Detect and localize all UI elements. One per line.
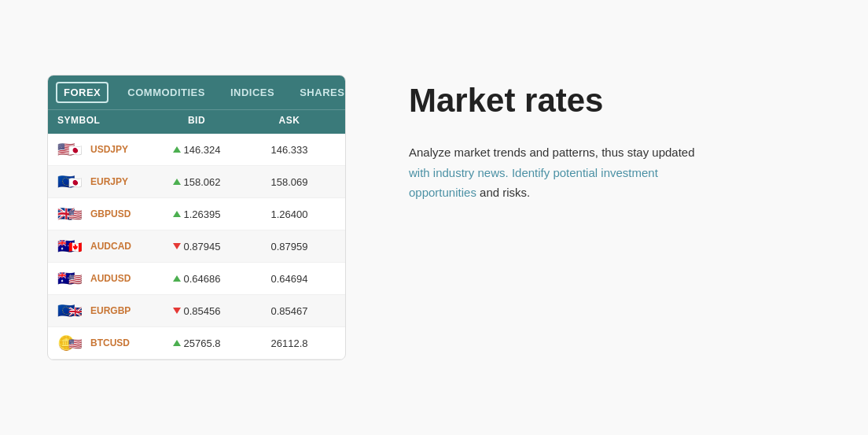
tab-indices[interactable]: INDICES xyxy=(224,83,281,101)
ask-cell: 158.069 xyxy=(243,176,336,188)
bid-cell: 0.87945 xyxy=(150,241,243,253)
bid-cell: 158.062 xyxy=(150,176,243,188)
market-description: Analyze market trends and patterns, thus… xyxy=(409,142,755,203)
flag-pair: 🇦🇺 🇨🇦 xyxy=(57,238,86,254)
flag-pair: 🇬🇧 🇺🇸 xyxy=(57,206,86,222)
col-symbol: SYMBOL xyxy=(57,115,150,126)
ask-cell: 0.85467 xyxy=(243,305,336,317)
symbol-name: AUDUSD xyxy=(90,273,131,284)
symbol-name: GBPUSD xyxy=(90,208,131,219)
ask-price: 158.069 xyxy=(271,176,308,188)
market-title: Market rates xyxy=(409,83,821,119)
bid-price: 0.87945 xyxy=(184,241,221,253)
symbol-name: AUDCAD xyxy=(90,241,131,252)
bid-cell: 0.85456 xyxy=(150,305,243,317)
bid-cell: 1.26395 xyxy=(150,208,243,220)
bid-price: 25765.8 xyxy=(184,337,221,349)
table-row: 🇦🇺 🇨🇦 AUDCAD 0.87945 0.87959 xyxy=(48,230,345,263)
ask-price: 146.333 xyxy=(271,144,308,156)
ask-price: 1.26400 xyxy=(271,208,308,220)
flag2-icon: 🇺🇸 xyxy=(68,209,82,220)
table-row: 🇪🇺 🇯🇵 EURJPY 158.062 158.069 xyxy=(48,166,345,198)
flag2-icon: 🇬🇧 xyxy=(68,306,82,317)
col-ask: ASK xyxy=(243,115,336,126)
symbol-cell: 🇦🇺 🇺🇸 AUDUSD xyxy=(57,271,150,286)
bid-cell: 146.324 xyxy=(150,144,243,156)
ask-cell: 0.87959 xyxy=(243,241,336,253)
table-row: 🇦🇺 🇺🇸 AUDUSD 0.64686 0.64694 xyxy=(48,263,345,295)
symbol-name: USDJPY xyxy=(90,144,128,155)
tab-bar: FOREX COMMODITIES INDICES SHARES xyxy=(48,76,345,109)
symbol-cell: 🇦🇺 🇨🇦 AUDCAD xyxy=(57,238,150,254)
market-table-panel: FOREX COMMODITIES INDICES SHARES SYMBOL … xyxy=(47,75,346,360)
bid-cell: 0.64686 xyxy=(150,273,243,285)
arrow-up-icon xyxy=(173,275,181,282)
bid-price: 0.64686 xyxy=(184,273,221,285)
ask-cell: 26112.8 xyxy=(243,337,336,349)
desc-link-3: opportunities xyxy=(409,186,476,199)
flag2-icon: 🇺🇸 xyxy=(68,338,82,349)
ask-cell: 146.333 xyxy=(243,144,336,156)
arrow-up-icon xyxy=(173,211,181,217)
flag-pair: 🇪🇺 🇬🇧 xyxy=(57,303,86,319)
ask-price: 0.85467 xyxy=(271,305,308,317)
symbol-name: BTCUSD xyxy=(90,337,130,348)
bid-price: 1.26395 xyxy=(184,208,221,220)
flag-pair: 🇦🇺 🇺🇸 xyxy=(57,271,86,286)
arrow-up-icon xyxy=(173,340,181,346)
bid-price: 146.324 xyxy=(184,144,221,156)
ask-cell: 0.64694 xyxy=(243,273,336,285)
tab-commodities[interactable]: COMMODITIES xyxy=(121,83,211,101)
desc-text-1: Analyze market trends and patterns, thus… xyxy=(409,146,695,159)
arrow-up-icon xyxy=(173,179,181,185)
table-row: 🇬🇧 🇺🇸 GBPUSD 1.26395 1.26400 xyxy=(48,198,345,230)
ask-price: 0.64694 xyxy=(271,273,308,285)
symbol-name: EURGBP xyxy=(90,305,131,316)
table-row: 🇪🇺 🇬🇧 EURGBP 0.85456 0.85467 xyxy=(48,295,345,327)
flag2-icon: 🇺🇸 xyxy=(68,274,82,285)
arrow-up-icon xyxy=(173,146,181,153)
tab-shares[interactable]: SHARES xyxy=(293,83,346,101)
ask-price: 26112.8 xyxy=(271,337,308,349)
ask-price: 0.87959 xyxy=(271,241,308,253)
market-info: Market rates Analyze market trends and p… xyxy=(409,75,821,203)
symbol-cell: 🇺🇸 🇯🇵 USDJPY xyxy=(57,142,150,157)
symbol-cell: 🇪🇺 🇬🇧 EURGBP xyxy=(57,303,150,319)
table-body: 🇺🇸 🇯🇵 USDJPY 146.324 146.333 🇪🇺 🇯🇵 EURJP… xyxy=(48,134,345,359)
main-container: FOREX COMMODITIES INDICES SHARES SYMBOL … xyxy=(0,43,868,392)
flag-pair: 🇪🇺 🇯🇵 xyxy=(57,174,86,190)
symbol-cell: 🇬🇧 🇺🇸 GBPUSD xyxy=(57,206,150,222)
flag-pair: 🇺🇸 🇯🇵 xyxy=(57,142,86,157)
desc-text-4: and risks. xyxy=(480,186,530,199)
desc-link-2: Identify potential investment xyxy=(512,166,658,179)
flag2-icon: 🇨🇦 xyxy=(68,241,82,253)
table-row: 🪙 🇺🇸 BTCUSD 25765.8 26112.8 xyxy=(48,327,345,359)
flag-pair: 🪙 🇺🇸 xyxy=(57,335,86,351)
table-row: 🇺🇸 🇯🇵 USDJPY 146.324 146.333 xyxy=(48,134,345,166)
arrow-down-icon xyxy=(173,308,181,314)
symbol-cell: 🪙 🇺🇸 BTCUSD xyxy=(57,335,150,351)
bid-price: 0.85456 xyxy=(184,305,221,317)
symbol-cell: 🇪🇺 🇯🇵 EURJPY xyxy=(57,174,150,190)
bid-price: 158.062 xyxy=(184,176,221,188)
flag2-icon: 🇯🇵 xyxy=(68,177,82,188)
bid-cell: 25765.8 xyxy=(150,337,243,349)
flag2-icon: 🇯🇵 xyxy=(68,145,82,156)
column-headers: SYMBOL BID ASK xyxy=(48,109,345,134)
tab-forex[interactable]: FOREX xyxy=(56,82,108,103)
ask-cell: 1.26400 xyxy=(243,208,336,220)
arrow-down-icon xyxy=(173,243,181,249)
desc-link-1: with industry news. xyxy=(409,166,509,179)
col-bid: BID xyxy=(150,115,243,126)
symbol-name: EURJPY xyxy=(90,176,128,187)
